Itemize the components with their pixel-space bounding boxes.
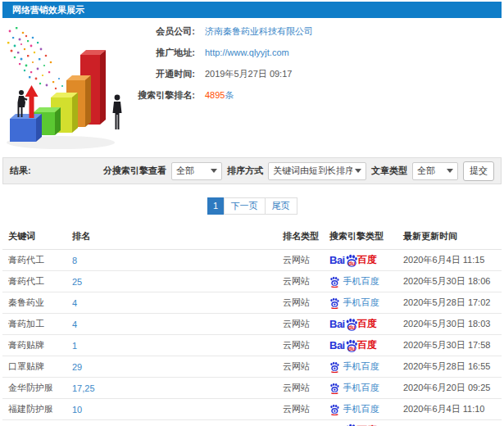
svg-text:du: du	[348, 261, 356, 266]
article-type-value: 全部	[417, 165, 444, 177]
rank-type-cell: 云网站	[283, 403, 329, 415]
baidu-mobile-logo: 手机百度	[329, 360, 403, 373]
engine-cell: 手机百度	[329, 275, 403, 288]
page-last[interactable]: 尾页	[265, 197, 297, 215]
table-row: 口罩贴牌29云网站手机百度2020年5月28日 16:55	[2, 356, 502, 378]
update-time-cell: 2020年6月4日 11:10	[403, 403, 502, 415]
update-time-cell: 2020年6月20日 09:25	[403, 382, 502, 394]
engine-cell: 手机百度	[329, 382, 403, 394]
baidu-paw-icon	[329, 361, 339, 373]
confetti-dots	[7, 27, 63, 89]
table-row: Baidu百度	[2, 420, 502, 426]
engine-cell: Baidu百度	[329, 318, 403, 331]
header-engine-type: 搜索引擎类型	[329, 230, 403, 242]
rank-type-cell: 云网站	[283, 382, 329, 394]
keyword-cell: 膏药代工	[8, 275, 72, 288]
rank-link[interactable]: 4	[72, 298, 283, 308]
keyword-cell: 口罩贴牌	[8, 360, 72, 373]
page-next[interactable]: 下一页	[224, 197, 266, 215]
update-time-cell: 2020年5月30日 18:06	[403, 275, 502, 288]
promo-url-label: 推广地址:	[138, 47, 195, 59]
open-time-label: 开通时间:	[138, 68, 195, 80]
baidu-paw-icon	[329, 404, 339, 415]
engine-cell: 手机百度	[329, 297, 403, 309]
rank-count-value: 4895条	[205, 89, 234, 102]
promo-url-value[interactable]: http://www.qlyyjt.com	[205, 48, 289, 57]
engine-filter-label: 分搜索引擎查看	[103, 165, 166, 177]
baidu-pc-logo: Baidu百度	[329, 339, 403, 352]
baidu-mobile-logo: 手机百度	[329, 403, 403, 415]
rank-link[interactable]: 25	[72, 277, 283, 287]
results-table: 关键词 排名 排名类型 搜索引擎类型 最新更新时间 膏药代工8云网站Baidu百…	[2, 224, 502, 426]
member-info: 会员公司: 济南秦鲁药业科技有限公司 推广地址: http://www.qlyy…	[138, 20, 313, 106]
header-rank: 排名	[72, 230, 283, 242]
result-label: 结果:	[10, 165, 31, 177]
svg-text:du: du	[348, 346, 356, 351]
member-company-row: 会员公司: 济南秦鲁药业科技有限公司	[138, 20, 313, 42]
baidu-paw-icon	[329, 276, 339, 288]
rank-count-label: 搜索引擎排名:	[138, 89, 195, 102]
marketing-illustration	[2, 23, 141, 154]
engine-filter-select[interactable]: 全部	[171, 162, 222, 180]
submit-button[interactable]: 提交	[463, 161, 494, 181]
chevron-down-icon	[447, 169, 453, 173]
businessman-right	[113, 95, 122, 129]
engine-cell: Baidu百度	[329, 339, 403, 352]
rank-link[interactable]: 4	[72, 320, 283, 329]
page-title: 网络营销效果展示	[12, 5, 84, 15]
businessman-left	[18, 90, 28, 117]
table-body: 膏药代工8云网站Baidu百度2020年6月4日 11:15膏药代工25云网站手…	[2, 250, 502, 426]
update-time-cell: 2020年5月28日 16:55	[403, 360, 502, 373]
page-current[interactable]: 1	[207, 197, 225, 215]
chevron-down-icon	[355, 169, 361, 173]
baidu-pc-logo: Baidu百度	[329, 254, 403, 267]
baidu-mobile-logo: 手机百度	[329, 275, 403, 288]
keyword-cell: 秦鲁药业	[8, 297, 72, 309]
update-time-cell: 2020年5月30日 18:03	[403, 318, 502, 330]
keyword-cell: 金华防护服	[8, 382, 72, 394]
engine-filter-value: 全部	[176, 165, 208, 177]
rank-link[interactable]: 17,25	[72, 383, 283, 393]
member-company-label: 会员公司:	[138, 25, 195, 38]
engine-cell: 手机百度	[329, 360, 403, 373]
update-time-cell: 2020年5月30日 17:58	[403, 339, 502, 351]
rank-type-cell: 云网站	[283, 275, 329, 288]
baidu-paw-icon: du	[345, 254, 358, 267]
rank-type-cell: 云网站	[283, 297, 329, 309]
pagination: 1 下一页 尾页	[0, 184, 504, 224]
rank-type-cell: 云网站	[283, 318, 329, 330]
keyword-cell: 膏药代工	[8, 254, 72, 266]
table-row: 膏药贴牌1云网站Baidu百度2020年5月30日 17:58	[2, 335, 502, 356]
engine-cell: 手机百度	[329, 403, 403, 415]
rank-link[interactable]: 1	[72, 341, 283, 351]
baidu-paw-icon: du	[345, 339, 358, 352]
rank-link[interactable]: 10	[72, 405, 283, 415]
filter-controls: 分搜索引擎查看 全部 排序方式 关键词由短到长排序 文章类型 全部 提交	[103, 161, 494, 181]
keyword-cell: 膏药加工	[8, 318, 72, 330]
open-time-row: 开通时间: 2019年5月27日 09:17	[138, 63, 313, 84]
header-rank-type: 排名类型	[283, 230, 329, 242]
update-time-cell: 2020年5月28日 17:02	[403, 297, 502, 309]
rank-count-row: 搜索引擎排名: 4895条	[138, 84, 313, 106]
engine-cell: Baidu百度	[329, 254, 403, 267]
baidu-pc-logo: Baidu百度	[329, 318, 403, 331]
article-type-select[interactable]: 全部	[412, 162, 458, 180]
filter-bar: 结果: 分搜索引擎查看 全部 排序方式 关键词由短到长排序 文章类型 全部 提交	[2, 157, 502, 184]
rank-type-cell: 云网站	[283, 254, 329, 266]
table-row: 膏药代工8云网站Baidu百度2020年6月4日 11:15	[2, 250, 502, 271]
member-company-value[interactable]: 济南秦鲁药业科技有限公司	[205, 25, 313, 38]
rank-count-unit: 条	[225, 90, 234, 100]
table-row: 膏药代工25云网站手机百度2020年5月30日 18:06	[2, 271, 502, 292]
rank-type-cell: 云网站	[283, 339, 329, 351]
rank-link[interactable]: 8	[72, 256, 283, 265]
article-type-label: 文章类型	[371, 165, 407, 177]
sort-label: 排序方式	[227, 165, 263, 177]
header-update-time: 最新更新时间	[403, 230, 502, 242]
bar-blue	[10, 114, 42, 142]
sort-select[interactable]: 关键词由短到长排序	[268, 162, 366, 180]
sort-value: 关键词由短到长排序	[273, 165, 352, 177]
rank-type-cell: 云网站	[283, 360, 329, 373]
table-row: 膏药加工4云网站Baidu百度2020年5月30日 18:03	[2, 314, 502, 335]
rank-link[interactable]: 29	[72, 362, 283, 372]
hero-section: 会员公司: 济南秦鲁药业科技有限公司 推广地址: http://www.qlyy…	[0, 18, 504, 157]
